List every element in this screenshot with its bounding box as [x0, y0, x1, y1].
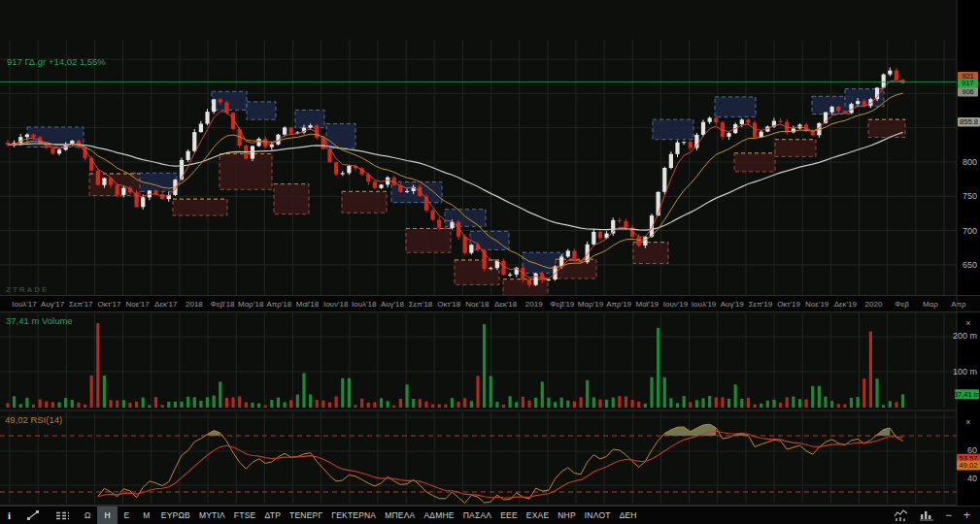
svg-text:Μαρ'18: Μαρ'18 — [238, 300, 264, 309]
ticker-item-ΤΕΝΕΡΓ[interactable]: ΤΕΝΕΡΓ — [286, 507, 327, 524]
svg-text:49,02: 49,02 — [960, 461, 978, 470]
svg-text:Οκτ'18: Οκτ'18 — [437, 300, 460, 309]
svg-text:Δεκ'19: Δεκ'19 — [834, 300, 858, 309]
svg-text:906: 906 — [962, 87, 974, 96]
ticker-item-ΓΕΚΤΕΡΝΑ[interactable]: ΓΕΚΤΕΡΝΑ — [327, 507, 381, 524]
timeframe-button-Μ[interactable]: Μ — [136, 507, 156, 524]
svg-text:Δεκ'17: Δεκ'17 — [154, 300, 178, 309]
svg-text:Ιουν'19: Ιουν'19 — [663, 300, 689, 309]
bottom-toolbar: iΩΗΕΜΕΥΡΩΒΜΥΤΙΛFTSEΔΤΡΤΕΝΕΡΓΓΕΚΤΕΡΝΑΜΠΕΛ… — [0, 506, 980, 524]
ticker-item-ΔΕΗ[interactable]: ΔΕΗ — [615, 507, 641, 524]
timeframe-button-Ω[interactable]: Ω — [78, 507, 97, 524]
svg-text:Μαϊ'18: Μαϊ'18 — [296, 300, 320, 309]
toolbar-right-group: −+ — [894, 509, 980, 521]
timeframe-button-Η[interactable]: Η — [97, 507, 117, 524]
trading-app: Ιουλ'17Αυγ'17Σεπ'17Οκτ'17Νοε'17Δεκ'17201… — [0, 0, 980, 524]
svg-text:Νοε'19: Νοε'19 — [805, 300, 829, 309]
svg-text:Αυγ'18: Αυγ'18 — [381, 300, 405, 309]
svg-text:Σεπ'19: Σεπ'19 — [749, 300, 773, 309]
indicators-tool-icon[interactable] — [48, 507, 78, 524]
ticker-item-ΑΔΜΗΕ[interactable]: ΑΔΜΗΕ — [420, 507, 458, 524]
svg-text:855.8: 855.8 — [960, 117, 978, 126]
ticker-item-ΕΧΑΕ[interactable]: ΕΧΑΕ — [522, 507, 553, 524]
svg-text:Ιουν'18: Ιουν'18 — [323, 300, 349, 309]
rsi-close-button[interactable]: × — [965, 417, 970, 427]
svg-text:Ιουλ'17: Ιουλ'17 — [12, 300, 37, 309]
svg-text:Σεπ'18: Σεπ'18 — [409, 300, 433, 309]
svg-text:Μαρ: Μαρ — [923, 300, 938, 309]
ticker-item-ΠΑΣΑΛ[interactable]: ΠΑΣΑΛ — [458, 507, 495, 524]
svg-text:Απρ'18: Απρ'18 — [266, 300, 291, 309]
svg-text:650: 650 — [963, 260, 977, 270]
svg-text:37,41 m: 37,41 m — [954, 390, 980, 399]
trendline-tool-icon[interactable] — [18, 507, 48, 524]
svg-text:200 m: 200 m — [953, 331, 977, 341]
timeframe-button-Ε[interactable]: Ε — [118, 507, 137, 524]
svg-text:Απρ: Απρ — [951, 300, 966, 309]
svg-text:60: 60 — [967, 445, 977, 455]
svg-text:Απρ'19: Απρ'19 — [606, 300, 631, 309]
ticker-item-ΙΝΛΟΤ[interactable]: ΙΝΛΟΤ — [580, 507, 615, 524]
svg-text:Αυγ'19: Αυγ'19 — [721, 300, 745, 309]
svg-text:Φεβ'18: Φεβ'18 — [211, 300, 236, 309]
ticker-item-ΝΗΡ[interactable]: ΝΗΡ — [554, 507, 581, 524]
volume-close-button[interactable]: × — [965, 318, 970, 328]
ticker-item-ΜΠΕΛΑ[interactable]: ΜΠΕΛΑ — [381, 507, 420, 524]
info-icon: i — [8, 509, 11, 521]
info-icon[interactable]: i — [0, 507, 18, 524]
svg-text:700: 700 — [963, 226, 977, 236]
svg-text:Ιουλ'19: Ιουλ'19 — [692, 300, 717, 309]
svg-text:Μαρ'19: Μαρ'19 — [578, 300, 604, 309]
chart-area: Ιουλ'17Αυγ'17Σεπ'17Οκτ'17Νοε'17Δεκ'17201… — [0, 0, 980, 506]
ticker-item-ΔΤΡ[interactable]: ΔΤΡ — [260, 507, 286, 524]
svg-text:Αυγ'17: Αυγ'17 — [41, 300, 65, 309]
svg-text:Σεπ'17: Σεπ'17 — [69, 300, 93, 309]
svg-text:Νοε'17: Νοε'17 — [125, 300, 150, 309]
svg-text:Φεβ: Φεβ — [895, 300, 909, 309]
svg-text:Φεβ'19: Φεβ'19 — [550, 300, 575, 309]
zoom-out-button[interactable]: − — [945, 509, 952, 521]
svg-text:100 m: 100 m — [953, 367, 977, 377]
svg-text:2019: 2019 — [525, 300, 543, 309]
svg-text:Μαϊ'19: Μαϊ'19 — [636, 300, 659, 309]
zoom-in-button[interactable]: + — [963, 509, 970, 521]
line-chart-icon[interactable] — [894, 509, 908, 521]
svg-text:750: 750 — [963, 191, 977, 201]
ticker-item-ΜΥΤΙΛ[interactable]: ΜΥΤΙΛ — [194, 507, 229, 524]
svg-text:800: 800 — [963, 157, 977, 167]
svg-text:2018: 2018 — [186, 300, 203, 309]
svg-text:Οκτ'17: Οκτ'17 — [98, 300, 121, 309]
ticker-item-ΕΕΕ[interactable]: ΕΕΕ — [496, 507, 523, 524]
svg-text:Δεκ'18: Δεκ'18 — [494, 300, 518, 309]
svg-text:Ιουλ'18: Ιουλ'18 — [352, 300, 377, 309]
svg-text:2020: 2020 — [865, 300, 883, 309]
svg-text:Νοε'18: Νοε'18 — [465, 300, 490, 309]
svg-text:40: 40 — [967, 474, 977, 483]
svg-text:917: 917 — [962, 79, 974, 87]
svg-text:Οκτ'19: Οκτ'19 — [777, 300, 800, 309]
ticker-item-FTSE[interactable]: FTSE — [229, 507, 260, 524]
ticker-item-ΕΥΡΩΒ[interactable]: ΕΥΡΩΒ — [156, 507, 194, 524]
bar-chart-icon[interactable] — [920, 509, 933, 521]
